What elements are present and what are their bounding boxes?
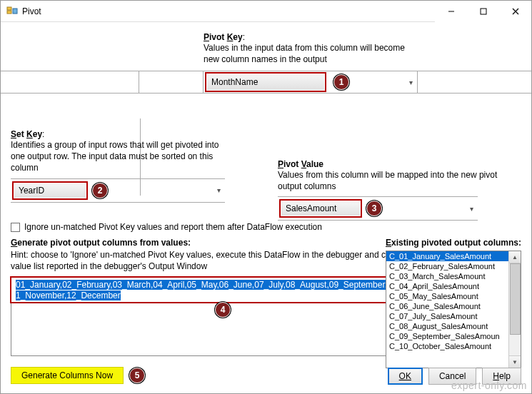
chevron-down-icon: ▾ — [470, 205, 473, 213]
dialog-content: Pivot Key: Values in the input data from… — [1, 22, 531, 393]
existing-columns-section: Existing pivoted output columns: C_01_Ja… — [386, 238, 521, 368]
dialog-buttons: OK Cancel Help — [388, 368, 521, 385]
set-key-label: Set Key: — [11, 129, 239, 139]
badge-2: 2 — [92, 183, 108, 198]
help-label: Help — [493, 371, 511, 381]
list-item[interactable]: C_06_June_SalesAmount — [386, 301, 508, 311]
list-item[interactable]: C_03_March_SalesAmount — [386, 271, 508, 281]
set-key-desc: Identifies a group of input rows that wi… — [11, 139, 232, 174]
maximize-button[interactable] — [467, 1, 499, 22]
pivot-key-section: Pivot Key: Values in the input data from… — [204, 32, 521, 65]
existing-columns-listbox[interactable]: C_01_January_SalesAmount C_02_February_S… — [386, 251, 521, 368]
badge-4: 4 — [215, 302, 231, 318]
cancel-button[interactable]: Cancel — [428, 368, 476, 385]
help-button[interactable]: Help — [482, 368, 521, 385]
list-item[interactable]: C_02_February_SalesAmount — [386, 261, 508, 271]
list-item[interactable]: C_08_August_SalesAmount — [386, 321, 508, 331]
ignore-unmatched-checkbox[interactable] — [11, 223, 20, 232]
pivot-value-section: Pivot Value Values from this column will… — [278, 159, 521, 221]
existing-columns-items: C_01_January_SalesAmount C_02_February_S… — [386, 251, 508, 368]
window-title: Pivot — [22, 6, 435, 16]
existing-columns-label: Existing pivoted output columns: — [386, 238, 521, 248]
pivot-key-row: MonthName 1 ▾ — [1, 71, 531, 94]
list-item[interactable]: C_09_September_SalesAmoun — [386, 331, 508, 341]
list-item[interactable]: C_01_January_SalesAmount — [386, 251, 508, 261]
chevron-down-icon: ▾ — [217, 186, 221, 194]
list-item[interactable]: C_04_April_SalesAmount — [386, 281, 508, 291]
svg-rect-3 — [481, 9, 486, 14]
generate-values-textarea[interactable]: 01_January,02_February,03_March,04_April… — [11, 276, 445, 356]
set-key-value: YearID — [19, 186, 44, 196]
pivot-key-value: MonthName — [211, 77, 258, 87]
list-item[interactable]: C_07_July_SalesAmount — [386, 311, 508, 321]
pivot-value-desc: Values from this column will be mapped i… — [278, 169, 513, 192]
titlebar: Pivot — [1, 1, 531, 22]
scroll-down-button[interactable]: ▼ — [509, 355, 521, 368]
pivot-value-value: SalesAmount — [286, 203, 336, 213]
pivot-key-label: Pivot Key: — [204, 32, 521, 42]
generate-label: Generate pivot output columns from value… — [11, 238, 446, 248]
pivot-dialog: Pivot Pivot Key: Values in the input dat… — [0, 0, 532, 394]
app-icon — [6, 6, 18, 17]
ignore-unmatched-row: Ignore un-matched Pivot Key values and r… — [11, 222, 322, 232]
ok-label: OK — [399, 371, 411, 381]
pivot-key-desc: Values in the input data from this colum… — [204, 42, 418, 65]
scroll-thumb[interactable] — [510, 263, 521, 335]
set-key-combo[interactable]: YearID — [14, 183, 86, 198]
ok-button[interactable]: OK — [388, 368, 423, 385]
pivot-key-combo[interactable]: MonthName — [207, 74, 324, 90]
scroll-up-button[interactable]: ▲ — [509, 251, 521, 263]
list-item[interactable]: C_05_May_SalesAmount — [386, 291, 508, 301]
pivot-value-label: Pivot Value — [278, 159, 521, 169]
generate-hint: Hint: choose to 'Ignore' un-matched Pivo… — [11, 249, 432, 272]
svg-rect-0 — [7, 7, 11, 10]
pivot-value-combo[interactable]: SalesAmount — [281, 201, 360, 216]
window-buttons — [435, 1, 531, 22]
svg-rect-1 — [7, 11, 11, 14]
set-key-section: Set Key: Identifies a group of input row… — [11, 129, 239, 203]
generate-values-text: 01_January,02_February,03_March,04_April… — [16, 280, 438, 300]
badge-5: 5 — [129, 368, 145, 383]
generate-columns-label: Generate Columns Now — [21, 370, 113, 380]
cancel-label: Cancel — [439, 371, 466, 381]
badge-3: 3 — [366, 201, 382, 216]
listbox-scrollbar[interactable]: ▲ ▼ — [508, 251, 521, 368]
list-item[interactable]: C_10_October_SalesAmount — [386, 341, 508, 351]
svg-rect-2 — [13, 9, 17, 14]
generate-button-row: Generate Columns Now 5 — [11, 367, 145, 384]
badge-1: 1 — [333, 74, 349, 90]
close-button[interactable] — [499, 1, 531, 22]
generate-section: Generate pivot output columns from value… — [11, 238, 446, 356]
minimize-button[interactable] — [435, 1, 467, 22]
generate-columns-button[interactable]: Generate Columns Now — [11, 367, 124, 384]
chevron-down-icon: ▾ — [409, 79, 413, 86]
ignore-unmatched-label: Ignore un-matched Pivot Key values and r… — [24, 222, 322, 232]
